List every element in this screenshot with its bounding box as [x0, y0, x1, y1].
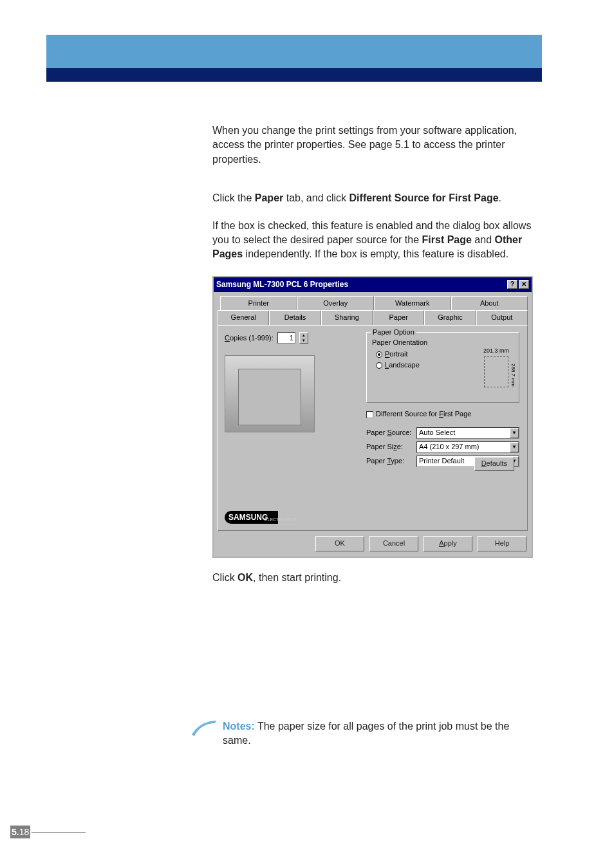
- cancel-button[interactable]: Cancel: [369, 536, 418, 551]
- p2-bold-paper: Paper: [255, 192, 283, 203]
- tab-printer[interactable]: Printer: [220, 296, 297, 310]
- tab-watermark[interactable]: Watermark: [374, 296, 451, 310]
- copies-label: Copies (1-999):: [225, 333, 274, 343]
- printer-preview-image: [225, 355, 315, 432]
- left-panel: Copies (1-999): ▲▼: [225, 332, 360, 432]
- tab-sharing[interactable]: Sharing: [321, 310, 373, 325]
- page-number: 5.18: [10, 826, 86, 838]
- chevron-down-icon[interactable]: ▼: [510, 428, 519, 438]
- p2-text-a: Click the: [212, 192, 255, 203]
- note-swoosh-icon: [191, 719, 218, 739]
- paper-width-label: 201.3 mm: [479, 347, 514, 355]
- paper-source-label: Paper Source:: [366, 428, 416, 438]
- samsung-logo-sub: ELECTRONICS: [265, 517, 297, 523]
- tab-paper[interactable]: Paper: [373, 310, 424, 325]
- printer-properties-dialog: Samsung ML-7300 PCL 6 Properties ? ✕ Pri…: [212, 276, 533, 558]
- help-icon[interactable]: ?: [507, 280, 517, 289]
- radio-portrait[interactable]: [376, 351, 382, 358]
- copies-spinner[interactable]: ▲▼: [299, 332, 308, 344]
- paper-size-label: Paper Size:: [366, 442, 416, 452]
- paper-preview: 201.3 mm 288.7 mm: [479, 347, 514, 385]
- p2-text-c: tab, and click: [283, 192, 349, 203]
- tab-body-paper: Copies (1-999): ▲▼ Paper Option Paper Or…: [218, 325, 528, 531]
- header-band-right: [471, 35, 542, 68]
- tab-details[interactable]: Details: [269, 310, 321, 325]
- radio-portrait-label: Portrait: [385, 350, 407, 358]
- tab-about[interactable]: About: [451, 296, 528, 310]
- notes-block: Notes: The paper size for all pages of t…: [191, 719, 538, 748]
- copies-input[interactable]: [277, 332, 295, 344]
- tab-row-upper: Printer Overlay Watermark About: [220, 296, 528, 310]
- help-button[interactable]: Help: [478, 536, 526, 551]
- different-source-label: Different Source for First Page: [376, 410, 471, 418]
- header-band-dark: [46, 68, 542, 82]
- p3-bold-firstpage: First Page: [422, 234, 472, 245]
- different-source-checkbox[interactable]: [366, 411, 373, 418]
- paper-type-label: Paper Type:: [366, 456, 416, 466]
- radio-landscape[interactable]: [376, 362, 382, 369]
- p4-text-c: , then start printing.: [253, 572, 341, 583]
- paper-height-label: 288.7 mm: [510, 364, 517, 387]
- apply-button[interactable]: Apply: [423, 536, 472, 551]
- close-icon[interactable]: ✕: [519, 280, 529, 289]
- content-column: When you change the print settings from …: [212, 124, 534, 585]
- paper-source-combo[interactable]: Auto Select ▼: [416, 427, 519, 439]
- dialog-titlebar: Samsung ML-7300 PCL 6 Properties ? ✕: [214, 277, 532, 292]
- notes-text: The paper size for all pages of the prin…: [223, 721, 509, 746]
- tab-output[interactable]: Output: [476, 310, 528, 325]
- p3-text-e: independently. If the box is empty, this…: [243, 248, 508, 259]
- paper-size-combo[interactable]: A4 (210 x 297 mm) ▼: [416, 441, 519, 453]
- header-band-blue: [46, 35, 542, 68]
- ok-button[interactable]: OK: [315, 536, 364, 551]
- p4-bold-ok: OK: [237, 572, 253, 583]
- p2-text-e: .: [499, 192, 501, 203]
- page-number-line: [32, 832, 86, 833]
- p4-text-a: Click: [212, 572, 237, 583]
- radio-landscape-label: Landscape: [385, 361, 420, 369]
- page-chapter: 5.: [12, 827, 19, 837]
- paragraph-1: When you change the print settings from …: [212, 124, 534, 167]
- dialog-button-row: OK Cancel Apply Help: [214, 531, 532, 556]
- paper-option-label: Paper Option: [371, 328, 416, 337]
- tab-row-lower: General Details Sharing Paper Graphic Ou…: [218, 310, 528, 325]
- page-num: 18: [19, 827, 30, 837]
- notes-label: Notes:: [223, 721, 255, 732]
- paper-size-value: A4 (210 x 297 mm): [419, 442, 479, 452]
- paper-source-value: Auto Select: [419, 428, 455, 438]
- dialog-title: Samsung ML-7300 PCL 6 Properties: [216, 279, 348, 290]
- paragraph-4: Click OK, then start printing.: [212, 571, 534, 585]
- paragraph-3: If the box is checked, this feature is e…: [212, 219, 534, 262]
- tabs-area: Printer Overlay Watermark About General …: [214, 292, 532, 531]
- paragraph-2: Click the Paper tab, and click Different…: [212, 191, 534, 205]
- tab-overlay[interactable]: Overlay: [297, 296, 375, 310]
- tab-general[interactable]: General: [218, 310, 269, 325]
- p3-text-c: and: [472, 234, 495, 245]
- defaults-button[interactable]: Defaults: [474, 457, 514, 470]
- chevron-down-icon[interactable]: ▼: [510, 442, 519, 452]
- paper-type-value: Printer Default: [419, 456, 464, 466]
- p2-bold-diffsource: Different Source for First Page: [349, 192, 499, 203]
- tab-graphic[interactable]: Graphic: [424, 310, 476, 325]
- right-panel: Paper Option Paper Orientation Portrait …: [366, 332, 519, 469]
